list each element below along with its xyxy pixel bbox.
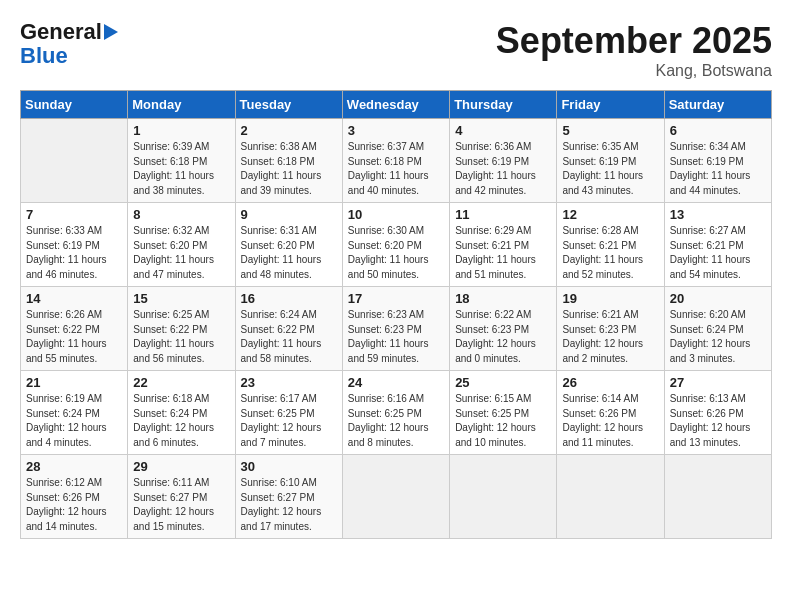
day-number: 8 [133, 207, 229, 222]
calendar-cell: 15Sunrise: 6:25 AM Sunset: 6:22 PM Dayli… [128, 287, 235, 371]
calendar-cell: 13Sunrise: 6:27 AM Sunset: 6:21 PM Dayli… [664, 203, 771, 287]
day-info: Sunrise: 6:13 AM Sunset: 6:26 PM Dayligh… [670, 392, 766, 450]
day-info: Sunrise: 6:22 AM Sunset: 6:23 PM Dayligh… [455, 308, 551, 366]
calendar-cell: 5Sunrise: 6:35 AM Sunset: 6:19 PM Daylig… [557, 119, 664, 203]
day-number: 13 [670, 207, 766, 222]
day-info: Sunrise: 6:37 AM Sunset: 6:18 PM Dayligh… [348, 140, 444, 198]
day-header-thursday: Thursday [450, 91, 557, 119]
calendar-cell: 18Sunrise: 6:22 AM Sunset: 6:23 PM Dayli… [450, 287, 557, 371]
calendar-cell: 8Sunrise: 6:32 AM Sunset: 6:20 PM Daylig… [128, 203, 235, 287]
day-number: 4 [455, 123, 551, 138]
calendar-header-row: SundayMondayTuesdayWednesdayThursdayFrid… [21, 91, 772, 119]
day-header-friday: Friday [557, 91, 664, 119]
calendar-week-row: 28Sunrise: 6:12 AM Sunset: 6:26 PM Dayli… [21, 455, 772, 539]
logo-general: General [20, 20, 102, 44]
calendar-cell: 12Sunrise: 6:28 AM Sunset: 6:21 PM Dayli… [557, 203, 664, 287]
calendar-cell: 22Sunrise: 6:18 AM Sunset: 6:24 PM Dayli… [128, 371, 235, 455]
calendar-cell: 6Sunrise: 6:34 AM Sunset: 6:19 PM Daylig… [664, 119, 771, 203]
day-info: Sunrise: 6:35 AM Sunset: 6:19 PM Dayligh… [562, 140, 658, 198]
day-number: 10 [348, 207, 444, 222]
calendar-cell: 28Sunrise: 6:12 AM Sunset: 6:26 PM Dayli… [21, 455, 128, 539]
calendar-cell: 20Sunrise: 6:20 AM Sunset: 6:24 PM Dayli… [664, 287, 771, 371]
calendar-cell: 4Sunrise: 6:36 AM Sunset: 6:19 PM Daylig… [450, 119, 557, 203]
day-header-wednesday: Wednesday [342, 91, 449, 119]
day-number: 1 [133, 123, 229, 138]
calendar-cell [21, 119, 128, 203]
calendar-cell: 21Sunrise: 6:19 AM Sunset: 6:24 PM Dayli… [21, 371, 128, 455]
calendar-cell [450, 455, 557, 539]
day-number: 18 [455, 291, 551, 306]
calendar-cell: 14Sunrise: 6:26 AM Sunset: 6:22 PM Dayli… [21, 287, 128, 371]
day-info: Sunrise: 6:29 AM Sunset: 6:21 PM Dayligh… [455, 224, 551, 282]
day-info: Sunrise: 6:10 AM Sunset: 6:27 PM Dayligh… [241, 476, 337, 534]
calendar-cell [664, 455, 771, 539]
day-info: Sunrise: 6:21 AM Sunset: 6:23 PM Dayligh… [562, 308, 658, 366]
day-number: 15 [133, 291, 229, 306]
calendar-cell: 10Sunrise: 6:30 AM Sunset: 6:20 PM Dayli… [342, 203, 449, 287]
day-number: 12 [562, 207, 658, 222]
day-number: 7 [26, 207, 122, 222]
day-info: Sunrise: 6:27 AM Sunset: 6:21 PM Dayligh… [670, 224, 766, 282]
day-number: 26 [562, 375, 658, 390]
calendar-cell: 24Sunrise: 6:16 AM Sunset: 6:25 PM Dayli… [342, 371, 449, 455]
calendar-week-row: 1Sunrise: 6:39 AM Sunset: 6:18 PM Daylig… [21, 119, 772, 203]
day-number: 21 [26, 375, 122, 390]
day-info: Sunrise: 6:28 AM Sunset: 6:21 PM Dayligh… [562, 224, 658, 282]
calendar-week-row: 7Sunrise: 6:33 AM Sunset: 6:19 PM Daylig… [21, 203, 772, 287]
day-info: Sunrise: 6:36 AM Sunset: 6:19 PM Dayligh… [455, 140, 551, 198]
day-info: Sunrise: 6:12 AM Sunset: 6:26 PM Dayligh… [26, 476, 122, 534]
calendar-cell: 3Sunrise: 6:37 AM Sunset: 6:18 PM Daylig… [342, 119, 449, 203]
logo-blue: Blue [20, 44, 68, 68]
calendar-cell: 2Sunrise: 6:38 AM Sunset: 6:18 PM Daylig… [235, 119, 342, 203]
day-number: 14 [26, 291, 122, 306]
day-number: 20 [670, 291, 766, 306]
day-info: Sunrise: 6:11 AM Sunset: 6:27 PM Dayligh… [133, 476, 229, 534]
calendar-cell [342, 455, 449, 539]
day-info: Sunrise: 6:33 AM Sunset: 6:19 PM Dayligh… [26, 224, 122, 282]
logo-arrow-icon [104, 24, 118, 40]
calendar-cell: 7Sunrise: 6:33 AM Sunset: 6:19 PM Daylig… [21, 203, 128, 287]
day-number: 22 [133, 375, 229, 390]
location: Kang, Botswana [496, 62, 772, 80]
calendar-cell: 29Sunrise: 6:11 AM Sunset: 6:27 PM Dayli… [128, 455, 235, 539]
day-info: Sunrise: 6:25 AM Sunset: 6:22 PM Dayligh… [133, 308, 229, 366]
day-header-saturday: Saturday [664, 91, 771, 119]
calendar-cell: 11Sunrise: 6:29 AM Sunset: 6:21 PM Dayli… [450, 203, 557, 287]
day-number: 2 [241, 123, 337, 138]
title-block: September 2025 Kang, Botswana [496, 20, 772, 80]
day-info: Sunrise: 6:39 AM Sunset: 6:18 PM Dayligh… [133, 140, 229, 198]
day-info: Sunrise: 6:26 AM Sunset: 6:22 PM Dayligh… [26, 308, 122, 366]
day-info: Sunrise: 6:34 AM Sunset: 6:19 PM Dayligh… [670, 140, 766, 198]
day-number: 9 [241, 207, 337, 222]
day-number: 16 [241, 291, 337, 306]
day-info: Sunrise: 6:19 AM Sunset: 6:24 PM Dayligh… [26, 392, 122, 450]
day-info: Sunrise: 6:30 AM Sunset: 6:20 PM Dayligh… [348, 224, 444, 282]
day-info: Sunrise: 6:23 AM Sunset: 6:23 PM Dayligh… [348, 308, 444, 366]
day-info: Sunrise: 6:20 AM Sunset: 6:24 PM Dayligh… [670, 308, 766, 366]
calendar-cell [557, 455, 664, 539]
calendar-cell: 30Sunrise: 6:10 AM Sunset: 6:27 PM Dayli… [235, 455, 342, 539]
day-number: 27 [670, 375, 766, 390]
day-header-monday: Monday [128, 91, 235, 119]
day-number: 11 [455, 207, 551, 222]
calendar-cell: 25Sunrise: 6:15 AM Sunset: 6:25 PM Dayli… [450, 371, 557, 455]
day-info: Sunrise: 6:18 AM Sunset: 6:24 PM Dayligh… [133, 392, 229, 450]
calendar-table: SundayMondayTuesdayWednesdayThursdayFrid… [20, 90, 772, 539]
day-number: 6 [670, 123, 766, 138]
day-info: Sunrise: 6:16 AM Sunset: 6:25 PM Dayligh… [348, 392, 444, 450]
day-number: 28 [26, 459, 122, 474]
day-info: Sunrise: 6:38 AM Sunset: 6:18 PM Dayligh… [241, 140, 337, 198]
calendar-body: 1Sunrise: 6:39 AM Sunset: 6:18 PM Daylig… [21, 119, 772, 539]
day-info: Sunrise: 6:32 AM Sunset: 6:20 PM Dayligh… [133, 224, 229, 282]
calendar-week-row: 14Sunrise: 6:26 AM Sunset: 6:22 PM Dayli… [21, 287, 772, 371]
calendar-cell: 17Sunrise: 6:23 AM Sunset: 6:23 PM Dayli… [342, 287, 449, 371]
logo: General Blue [20, 20, 118, 68]
calendar-cell: 1Sunrise: 6:39 AM Sunset: 6:18 PM Daylig… [128, 119, 235, 203]
day-info: Sunrise: 6:15 AM Sunset: 6:25 PM Dayligh… [455, 392, 551, 450]
day-number: 23 [241, 375, 337, 390]
day-number: 5 [562, 123, 658, 138]
day-number: 29 [133, 459, 229, 474]
day-number: 17 [348, 291, 444, 306]
calendar-cell: 16Sunrise: 6:24 AM Sunset: 6:22 PM Dayli… [235, 287, 342, 371]
day-number: 30 [241, 459, 337, 474]
